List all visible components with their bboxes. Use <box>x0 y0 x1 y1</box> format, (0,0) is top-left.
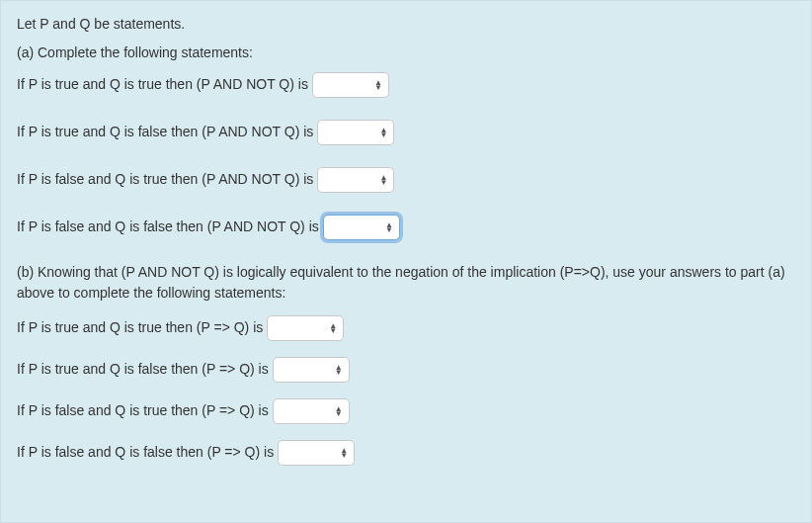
part-b-heading: (b) Knowing that (P AND NOT Q) is logica… <box>17 262 795 304</box>
answer-select-b1[interactable] <box>267 315 344 341</box>
statement-text: If P is true and Q is false then (P => Q… <box>17 361 269 378</box>
question-panel: Let P and Q be statements. (a) Complete … <box>0 0 812 523</box>
part-b-row-3: If P is false and Q is true then (P => Q… <box>17 398 795 424</box>
select-stepper-icon <box>379 175 387 185</box>
select-stepper-icon <box>335 406 343 416</box>
part-b-row-2: If P is true and Q is false then (P => Q… <box>17 357 795 383</box>
intro-text: Let P and Q be statements. <box>17 15 795 34</box>
select-stepper-icon <box>340 448 348 458</box>
select-stepper-icon <box>385 222 393 232</box>
statement-text: If P is false and Q is true then (P AND … <box>17 171 313 188</box>
answer-select-b2[interactable] <box>273 357 350 383</box>
select-stepper-icon <box>335 365 343 375</box>
statement-text: If P is false and Q is false then (P => … <box>17 444 274 461</box>
statement-text: If P is true and Q is false then (P AND … <box>17 124 313 140</box>
part-a-row-3: If P is false and Q is true then (P AND … <box>17 167 795 193</box>
part-a-row-4: If P is false and Q is false then (P AND… <box>17 215 795 240</box>
statement-text: If P is true and Q is true then (P AND N… <box>17 76 308 93</box>
part-b-row-1: If P is true and Q is true then (P => Q)… <box>17 315 795 341</box>
select-stepper-icon <box>329 323 337 333</box>
part-a-row-2: If P is true and Q is false then (P AND … <box>17 120 795 145</box>
statement-text: If P is false and Q is true then (P => Q… <box>17 402 269 419</box>
part-b-row-4: If P is false and Q is false then (P => … <box>17 440 795 466</box>
answer-select-b4[interactable] <box>278 440 355 466</box>
answer-select-a1[interactable] <box>312 72 389 98</box>
select-stepper-icon <box>374 80 382 90</box>
select-stepper-icon <box>379 128 387 137</box>
answer-select-b3[interactable] <box>273 398 350 424</box>
statement-text: If P is true and Q is true then (P => Q)… <box>17 319 263 336</box>
answer-select-a2[interactable] <box>317 120 394 145</box>
answer-select-a4[interactable] <box>323 215 400 240</box>
statement-text: If P is false and Q is false then (P AND… <box>17 218 319 235</box>
answer-select-a3[interactable] <box>317 167 394 193</box>
part-a-row-1: If P is true and Q is true then (P AND N… <box>17 72 795 98</box>
part-a-heading: (a) Complete the following statements: <box>17 44 795 62</box>
